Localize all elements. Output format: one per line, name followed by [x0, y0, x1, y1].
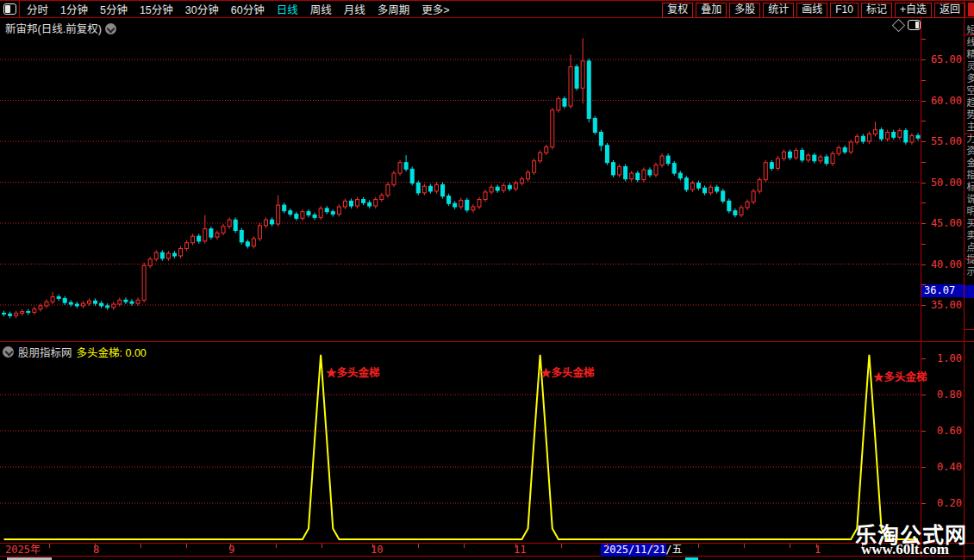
- collapse-icon[interactable]: [3, 346, 14, 358]
- chart-title-row: 新宙邦(日线.前复权): [5, 20, 116, 36]
- price-axis-tick: [921, 141, 926, 142]
- indicator-axis-label: 0.20: [922, 497, 962, 509]
- price-axis-tick: [921, 80, 926, 81]
- period-tab[interactable]: 多周期: [378, 1, 410, 17]
- app-window: 分时1分钟5分钟15分钟30分钟60分钟日线周线月线多周期更多> 复权叠加多股统…: [0, 0, 974, 560]
- panel-layout-icon[interactable]: [908, 20, 921, 30]
- price-axis-tick: [921, 101, 926, 102]
- indicator-axis-label: 0.60: [922, 425, 962, 437]
- strip-separator: [965, 134, 974, 134]
- page-title: 新宙邦(日线.前复权): [5, 23, 102, 35]
- period-tab[interactable]: 日线: [277, 1, 298, 17]
- toolbar-button[interactable]: 返回: [934, 3, 965, 18]
- time-axis-tick: [607, 544, 608, 548]
- signal-label: ★多头金梯: [326, 364, 380, 380]
- time-axis-tick: [95, 544, 96, 548]
- top-toolbar: 分时1分钟5分钟15分钟30分钟60分钟日线周线月线多周期更多> 复权叠加多股统…: [0, 0, 974, 18]
- price-axis-tick: [921, 39, 926, 40]
- time-axis-tick: [515, 544, 516, 548]
- time-axis-tick: [744, 544, 745, 548]
- toolbar-button[interactable]: 多股: [729, 3, 760, 18]
- indicator-axis-label: 0.80: [922, 389, 962, 401]
- indicator-axis-tick: [921, 358, 926, 359]
- clipped-toolbar-button: [968, 3, 974, 16]
- price-axis-label: 45.00: [922, 217, 962, 229]
- toolbar-buttons: 复权叠加多股统计画线F10标记+自选返回: [662, 2, 965, 18]
- strip-separator: [965, 258, 974, 259]
- price-axis-tick: [921, 202, 926, 203]
- indicator-axis-tick: [921, 395, 926, 395]
- price-axis-tick: [921, 264, 926, 265]
- period-tabs: 分时1分钟5分钟15分钟30分钟60分钟日线周线月线多周期更多>: [27, 1, 450, 17]
- price-axis-tick: [921, 183, 926, 184]
- side-panel-strip-label: 短线精灵多空趋势主力资金指标说明买卖点提示: [965, 25, 974, 278]
- period-tab[interactable]: 5分钟: [100, 1, 128, 17]
- time-axis-tick: [230, 544, 231, 548]
- price-axis-label: 40.00: [922, 258, 962, 271]
- price-axis-tick: [921, 121, 926, 121]
- indicator-axis-tick: [921, 467, 926, 468]
- price-axis-label: 60.00: [922, 95, 962, 107]
- period-tab[interactable]: 1分钟: [60, 1, 88, 17]
- toolbar-button[interactable]: 画线: [796, 3, 827, 18]
- time-axis-tick: [49, 544, 50, 548]
- indicator-axis-label: 1.00: [922, 352, 962, 364]
- price-axis-tick: [921, 59, 926, 60]
- period-tab[interactable]: 更多>: [421, 1, 449, 17]
- toolbar-button[interactable]: 复权: [662, 3, 693, 18]
- watermark-url: www.60lt.com: [861, 541, 949, 558]
- period-tab[interactable]: 周线: [310, 1, 332, 17]
- time-axis-tick: [561, 544, 562, 548]
- layout-split-icon[interactable]: [3, 3, 16, 15]
- pane-divider[interactable]: [0, 341, 974, 342]
- last-price-badge: 36.07: [921, 284, 964, 297]
- time-axis-tick: [698, 544, 699, 548]
- time-axis-tick: [418, 544, 419, 548]
- bottom-border-line: [0, 556, 974, 557]
- time-axis-tick: [276, 544, 277, 548]
- indicator-axis-label: 0.40: [922, 461, 962, 473]
- price-axis-tick: [921, 244, 926, 245]
- price-axis-tick: [921, 223, 926, 224]
- indicator-source-label: 股朋指标网: [18, 344, 72, 360]
- time-axis-tick: [652, 544, 653, 548]
- time-axis-tick: [140, 544, 141, 548]
- price-axis-tick: [921, 162, 926, 163]
- period-tab[interactable]: 30分钟: [185, 1, 219, 17]
- price-axis-label: 55.00: [922, 135, 962, 147]
- indicator-axis-tick: [921, 503, 926, 504]
- toolbar-button[interactable]: 统计: [763, 3, 794, 18]
- period-tab[interactable]: 月线: [344, 1, 365, 17]
- period-tab[interactable]: 分时: [27, 1, 48, 17]
- time-axis-line: [0, 543, 974, 544]
- strip-separator: [965, 329, 974, 330]
- toolbar-button[interactable]: F10: [830, 3, 858, 18]
- period-tab[interactable]: 15分钟: [140, 1, 173, 17]
- time-axis-tick: [186, 544, 187, 548]
- signal-label: ★多头金梯: [540, 364, 595, 380]
- strip-highlight-block: [965, 285, 974, 298]
- period-tab[interactable]: 60分钟: [231, 1, 265, 17]
- price-axis-label: 65.00: [922, 53, 962, 65]
- toolbar-button[interactable]: 叠加: [696, 3, 727, 18]
- price-axis-label: 50.00: [922, 177, 962, 189]
- time-axis-tick: [464, 544, 465, 548]
- time-axis-tick: [372, 544, 373, 548]
- time-axis-tick: [322, 544, 322, 548]
- selected-date-badge: 2025/11/21/五: [601, 544, 666, 557]
- time-axis-tick: [816, 544, 817, 548]
- signal-label: ★多头金梯: [873, 368, 927, 384]
- charts-canvas[interactable]: [0, 0, 974, 560]
- price-axis-label: 35.00: [922, 299, 962, 311]
- price-axis-tick: [921, 305, 926, 306]
- indicator-axis-tick: [921, 431, 926, 432]
- toolbar-separator: [19, 1, 20, 17]
- strip-separator: [965, 34, 974, 35]
- toolbar-button[interactable]: 标记: [861, 3, 892, 18]
- chevron-down-icon[interactable]: [105, 23, 116, 34]
- indicator-header: 股朋指标网 多头金梯: 0.00: [3, 344, 147, 360]
- time-axis-tick: [790, 544, 790, 548]
- indicator-value-label: 多头金梯: 0.00: [77, 344, 147, 360]
- time-axis-label: 2025年: [5, 544, 41, 556]
- toolbar-button[interactable]: +自选: [895, 3, 932, 18]
